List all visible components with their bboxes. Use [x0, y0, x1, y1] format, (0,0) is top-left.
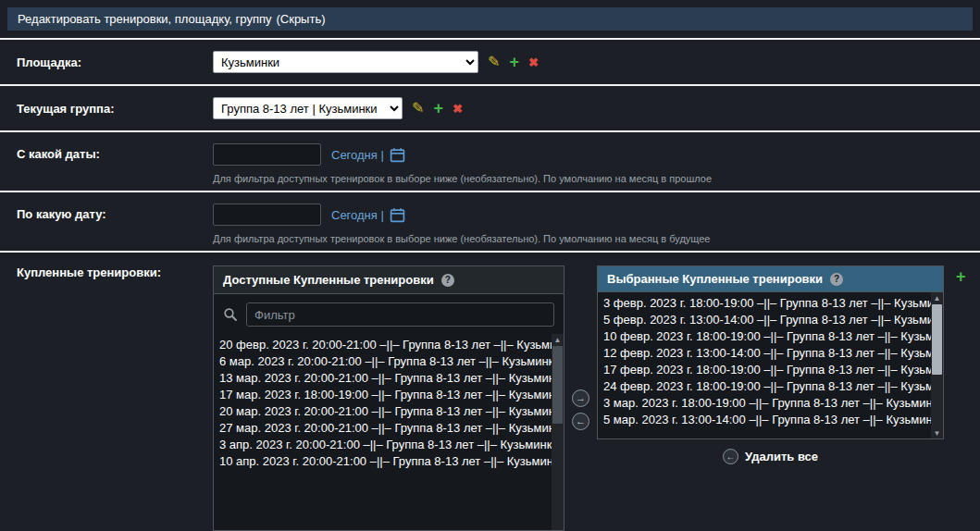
date-from-label: С какой даты: [17, 143, 213, 166]
list-item[interactable]: 13 мар. 2023 г. 20:00-21:00 –||– Группа … [214, 370, 552, 387]
scrollbar-thumb[interactable] [552, 346, 563, 424]
venue-label: Площадка: [17, 56, 213, 69]
delete-venue-icon[interactable]: ✖ [528, 56, 539, 68]
delete-group-icon[interactable]: ✖ [453, 103, 463, 115]
venue-row: Площадка: Кузьминки ✎ + ✖ [0, 40, 980, 84]
selected-trainings-panel: Выбранные Купленные тренировки ? 3 февр.… [597, 266, 944, 439]
date-to-input[interactable] [213, 204, 321, 226]
remove-all-arrow-icon: ← [723, 449, 738, 464]
list-item[interactable]: 12 февр. 2023 г. 13:00-14:00 –||– Группа… [598, 345, 931, 362]
date-from-help-text: Для фильтра доступных тренировок в выбор… [213, 173, 712, 184]
help-icon[interactable]: ? [441, 274, 454, 287]
list-item[interactable]: 3 апр. 2023 г. 20:00-21:00 –||– Группа 8… [214, 437, 552, 453]
list-item[interactable]: 17 мар. 2023 г. 18:00-19:00 –||– Группа … [214, 387, 552, 403]
list-item[interactable]: 27 мар. 2023 г. 20:00-21:00 –||– Группа … [214, 420, 552, 437]
list-item[interactable]: 20 мар. 2023 г. 20:00-21:00 –||– Группа … [214, 403, 552, 420]
available-panel-title: Доступные Купленные тренировки [223, 273, 434, 287]
selected-panel-header: Выбранные Купленные тренировки ? [598, 266, 943, 292]
date-to-row: По какую дату: Сегодня | Для фильтра дос… [0, 192, 980, 251]
help-icon[interactable]: ? [830, 273, 843, 286]
available-list: 20 февр. 2023 г. 20:00-21:00 –||– Группа… [214, 334, 564, 530]
move-buttons: → ← [564, 266, 597, 531]
panel-header: Редактировать тренировки, площадку, груп… [7, 7, 973, 31]
selected-panel-title: Выбранные Купленные тренировки [607, 272, 823, 286]
scroll-up-icon[interactable]: ▲ [931, 292, 943, 303]
edit-trainings-panel: Редактировать тренировки, площадку, груп… [0, 0, 980, 531]
filter-input[interactable] [246, 303, 554, 327]
group-select[interactable]: Группа 8-13 лет | Кузьминки [213, 97, 403, 119]
list-item[interactable]: 3 мар. 2023 г. 18:00-19:00 –||– Группа 8… [598, 395, 931, 412]
list-item[interactable]: 10 февр. 2023 г. 18:00-19:00 –||– Группа… [598, 328, 931, 345]
date-to-help-text: Для фильтра доступных тренировок в выбор… [213, 233, 711, 244]
scroll-down-icon[interactable]: ▼ [931, 427, 943, 438]
list-item[interactable]: 17 февр. 2023 г. 18:00-19:00 –||– Группа… [598, 362, 931, 378]
scrollbar[interactable]: ▲ ▼ [931, 292, 943, 438]
available-trainings-panel: Доступные Купленные тренировки ? 20 февр… [213, 266, 564, 531]
trainings-label: Купленные тренировки: [17, 266, 213, 279]
hide-toggle-link[interactable]: (Скрыть) [276, 12, 325, 26]
list-item[interactable]: 3 февр. 2023 г. 18:00-19:00 –||– Группа … [598, 295, 931, 312]
date-to-today-link[interactable]: Сегодня | [331, 208, 384, 222]
date-to-label: По какую дату: [17, 204, 213, 226]
add-training-icon[interactable]: + [956, 267, 966, 286]
move-right-icon[interactable]: → [572, 389, 589, 407]
edit-venue-icon[interactable]: ✎ [488, 55, 500, 69]
add-training-area: + [944, 266, 980, 531]
add-group-icon[interactable]: + [433, 100, 443, 117]
date-from-today-link[interactable]: Сегодня | [331, 148, 384, 162]
remove-all-label: Удалить все [745, 450, 818, 463]
list-item[interactable]: 5 февр. 2023 г. 13:00-14:00 –||– Группа … [598, 312, 931, 328]
edit-group-icon[interactable]: ✎ [412, 101, 424, 116]
available-panel-header: Доступные Купленные тренировки ? [214, 266, 564, 294]
filter-row [214, 294, 564, 334]
list-item[interactable]: 6 мар. 2023 г. 20:00-21:00 –||– Группа 8… [214, 353, 552, 370]
trainings-row: Купленные тренировки: Доступные Купленны… [0, 253, 980, 531]
calendar-icon[interactable] [390, 147, 405, 163]
add-venue-icon[interactable]: + [509, 54, 519, 70]
panel-title: Редактировать тренировки, площадку, груп… [18, 12, 271, 26]
selected-trainings-column: Выбранные Купленные тренировки ? 3 февр.… [597, 266, 944, 531]
list-item[interactable]: 5 мар. 2023 г. 13:00-14:00 –||– Группа 8… [598, 412, 931, 428]
move-left-icon[interactable]: ← [572, 413, 589, 430]
date-from-input[interactable] [213, 143, 321, 166]
list-item[interactable]: 10 апр. 2023 г. 20:00-21:00 –||– Группа … [214, 453, 552, 470]
search-icon [223, 307, 238, 322]
list-item[interactable]: 24 февр. 2023 г. 18:00-19:00 –||– Группа… [598, 378, 931, 395]
remove-all-button[interactable]: ← Удалить все [597, 449, 944, 464]
calendar-icon[interactable] [390, 207, 405, 223]
scrollbar-thumb[interactable] [932, 304, 942, 375]
group-row: Текущая группа: Группа 8-13 лет | Кузьми… [0, 86, 980, 130]
list-item[interactable]: 20 февр. 2023 г. 20:00-21:00 –||– Группа… [214, 337, 552, 353]
selected-list: 3 февр. 2023 г. 18:00-19:00 –||– Группа … [598, 292, 943, 438]
scrollbar[interactable]: ▲ [552, 334, 564, 530]
group-label: Текущая группа: [17, 102, 213, 116]
venue-select[interactable]: Кузьминки [213, 51, 478, 73]
scroll-up-icon[interactable]: ▲ [552, 334, 564, 345]
date-from-row: С какой даты: Сегодня | Для фильтра дост… [0, 132, 980, 191]
